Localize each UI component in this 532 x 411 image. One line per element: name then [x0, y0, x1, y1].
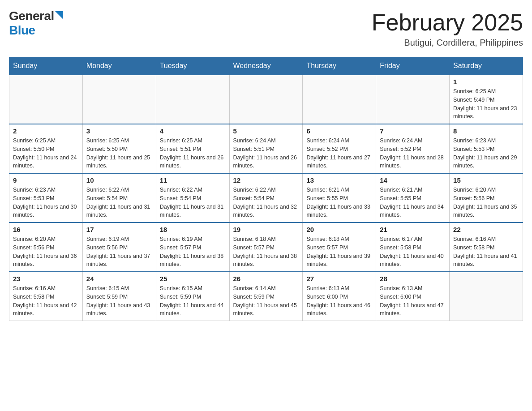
day-info: Sunrise: 6:23 AM Sunset: 5:53 PM Dayligh…: [13, 186, 79, 219]
month-title: February 2025: [372, 9, 523, 36]
day-number: 2: [13, 127, 79, 135]
day-number: 15: [453, 176, 519, 184]
calendar-week-5: 23Sunrise: 6:16 AM Sunset: 5:58 PM Dayli…: [9, 272, 523, 321]
day-number: 9: [13, 176, 79, 184]
day-number: 16: [13, 226, 79, 233]
day-number: 7: [380, 127, 446, 135]
day-number: 19: [233, 226, 299, 233]
calendar-cell: 6Sunrise: 6:24 AM Sunset: 5:52 PM Daylig…: [303, 124, 376, 173]
calendar-cell: [156, 75, 229, 124]
day-info: Sunrise: 6:19 AM Sunset: 5:57 PM Dayligh…: [160, 235, 226, 269]
day-number: 14: [380, 176, 446, 184]
calendar-week-4: 16Sunrise: 6:20 AM Sunset: 5:56 PM Dayli…: [9, 223, 523, 272]
day-info: Sunrise: 6:22 AM Sunset: 5:54 PM Dayligh…: [160, 186, 226, 219]
day-info: Sunrise: 6:19 AM Sunset: 5:56 PM Dayligh…: [86, 235, 152, 269]
day-info: Sunrise: 6:22 AM Sunset: 5:54 PM Dayligh…: [233, 186, 299, 219]
day-info: Sunrise: 6:17 AM Sunset: 5:58 PM Dayligh…: [380, 235, 446, 269]
calendar-cell: [303, 75, 376, 124]
calendar-cell: 12Sunrise: 6:22 AM Sunset: 5:54 PM Dayli…: [229, 173, 303, 223]
calendar-cell: [9, 75, 83, 124]
calendar-cell: 28Sunrise: 6:13 AM Sunset: 6:00 PM Dayli…: [376, 272, 450, 321]
page-header: General Blue February 2025 Butigui, Cord…: [9, 9, 523, 48]
calendar-cell: 19Sunrise: 6:18 AM Sunset: 5:57 PM Dayli…: [229, 223, 303, 272]
day-info: Sunrise: 6:24 AM Sunset: 5:52 PM Dayligh…: [306, 137, 372, 170]
day-info: Sunrise: 6:13 AM Sunset: 6:00 PM Dayligh…: [306, 284, 372, 318]
calendar-week-3: 9Sunrise: 6:23 AM Sunset: 5:53 PM Daylig…: [9, 173, 523, 223]
day-number: 26: [233, 275, 299, 283]
day-number: 4: [160, 127, 226, 135]
calendar-cell: 4Sunrise: 6:25 AM Sunset: 5:51 PM Daylig…: [156, 124, 229, 173]
logo-arrow-icon: [55, 11, 63, 21]
day-number: 10: [86, 176, 152, 184]
day-number: 27: [306, 275, 372, 283]
day-info: Sunrise: 6:20 AM Sunset: 5:56 PM Dayligh…: [13, 235, 79, 269]
calendar-cell: 3Sunrise: 6:25 AM Sunset: 5:50 PM Daylig…: [82, 124, 156, 173]
day-number: 21: [380, 226, 446, 233]
svg-marker-0: [55, 11, 63, 19]
day-info: Sunrise: 6:14 AM Sunset: 5:59 PM Dayligh…: [233, 284, 299, 318]
day-info: Sunrise: 6:25 AM Sunset: 5:49 PM Dayligh…: [453, 87, 519, 121]
day-info: Sunrise: 6:25 AM Sunset: 5:51 PM Dayligh…: [160, 137, 226, 170]
day-number: 5: [233, 127, 299, 135]
day-info: Sunrise: 6:18 AM Sunset: 5:57 PM Dayligh…: [233, 235, 299, 269]
day-number: 11: [160, 176, 226, 184]
calendar-cell: 18Sunrise: 6:19 AM Sunset: 5:57 PM Dayli…: [156, 223, 229, 272]
day-number: 22: [453, 226, 519, 233]
calendar-cell: 8Sunrise: 6:23 AM Sunset: 5:53 PM Daylig…: [450, 124, 523, 173]
day-info: Sunrise: 6:25 AM Sunset: 5:50 PM Dayligh…: [13, 137, 79, 170]
calendar-header-wednesday: Wednesday: [229, 57, 303, 75]
day-number: 1: [453, 78, 519, 86]
calendar-week-1: 1Sunrise: 6:25 AM Sunset: 5:49 PM Daylig…: [9, 75, 523, 124]
day-number: 20: [306, 226, 372, 233]
calendar-cell: 11Sunrise: 6:22 AM Sunset: 5:54 PM Dayli…: [156, 173, 229, 223]
day-number: 8: [453, 127, 519, 135]
day-number: 12: [233, 176, 299, 184]
calendar-cell: 23Sunrise: 6:16 AM Sunset: 5:58 PM Dayli…: [9, 272, 83, 321]
location-title: Butigui, Cordillera, Philippines: [372, 38, 523, 48]
calendar-header-sunday: Sunday: [9, 57, 83, 75]
day-number: 18: [160, 226, 226, 233]
calendar-cell: [376, 75, 450, 124]
calendar-cell: [450, 272, 523, 321]
day-info: Sunrise: 6:22 AM Sunset: 5:54 PM Dayligh…: [86, 186, 152, 219]
calendar-cell: [229, 75, 303, 124]
day-info: Sunrise: 6:20 AM Sunset: 5:56 PM Dayligh…: [453, 186, 519, 219]
logo-blue-text: Blue: [9, 23, 35, 37]
day-number: 28: [380, 275, 446, 283]
calendar-header-saturday: Saturday: [450, 57, 523, 75]
calendar-cell: 27Sunrise: 6:13 AM Sunset: 6:00 PM Dayli…: [303, 272, 376, 321]
day-number: 24: [86, 275, 152, 283]
calendar-cell: 22Sunrise: 6:16 AM Sunset: 5:58 PM Dayli…: [450, 223, 523, 272]
calendar-cell: 25Sunrise: 6:15 AM Sunset: 5:59 PM Dayli…: [156, 272, 229, 321]
calendar-cell: 5Sunrise: 6:24 AM Sunset: 5:51 PM Daylig…: [229, 124, 303, 173]
day-info: Sunrise: 6:21 AM Sunset: 5:55 PM Dayligh…: [306, 186, 372, 219]
calendar-cell: 14Sunrise: 6:21 AM Sunset: 5:55 PM Dayli…: [376, 173, 450, 223]
day-info: Sunrise: 6:24 AM Sunset: 5:52 PM Dayligh…: [380, 137, 446, 170]
calendar-cell: 7Sunrise: 6:24 AM Sunset: 5:52 PM Daylig…: [376, 124, 450, 173]
calendar-cell: 24Sunrise: 6:15 AM Sunset: 5:59 PM Dayli…: [82, 272, 156, 321]
day-number: 6: [306, 127, 372, 135]
calendar-cell: 13Sunrise: 6:21 AM Sunset: 5:55 PM Dayli…: [303, 173, 376, 223]
calendar-header-friday: Friday: [376, 57, 450, 75]
calendar-header-thursday: Thursday: [303, 57, 376, 75]
calendar-cell: 2Sunrise: 6:25 AM Sunset: 5:50 PM Daylig…: [9, 124, 83, 173]
day-info: Sunrise: 6:15 AM Sunset: 5:59 PM Dayligh…: [86, 284, 152, 318]
calendar-table: SundayMondayTuesdayWednesdayThursdayFrid…: [9, 57, 523, 321]
calendar-cell: 26Sunrise: 6:14 AM Sunset: 5:59 PM Dayli…: [229, 272, 303, 321]
day-info: Sunrise: 6:25 AM Sunset: 5:50 PM Dayligh…: [86, 137, 152, 170]
logo: General Blue: [9, 9, 63, 38]
calendar-cell: 1Sunrise: 6:25 AM Sunset: 5:49 PM Daylig…: [450, 75, 523, 124]
day-info: Sunrise: 6:18 AM Sunset: 5:57 PM Dayligh…: [306, 235, 372, 269]
day-number: 13: [306, 176, 372, 184]
calendar-cell: 17Sunrise: 6:19 AM Sunset: 5:56 PM Dayli…: [82, 223, 156, 272]
calendar-header-monday: Monday: [82, 57, 156, 75]
calendar-cell: 9Sunrise: 6:23 AM Sunset: 5:53 PM Daylig…: [9, 173, 83, 223]
day-info: Sunrise: 6:13 AM Sunset: 6:00 PM Dayligh…: [380, 284, 446, 318]
calendar-header-tuesday: Tuesday: [156, 57, 229, 75]
calendar-cell: 16Sunrise: 6:20 AM Sunset: 5:56 PM Dayli…: [9, 223, 83, 272]
calendar-cell: 20Sunrise: 6:18 AM Sunset: 5:57 PM Dayli…: [303, 223, 376, 272]
day-info: Sunrise: 6:23 AM Sunset: 5:53 PM Dayligh…: [453, 137, 519, 170]
calendar-header-row: SundayMondayTuesdayWednesdayThursdayFrid…: [9, 57, 523, 75]
day-info: Sunrise: 6:16 AM Sunset: 5:58 PM Dayligh…: [453, 235, 519, 269]
day-info: Sunrise: 6:15 AM Sunset: 5:59 PM Dayligh…: [160, 284, 226, 318]
